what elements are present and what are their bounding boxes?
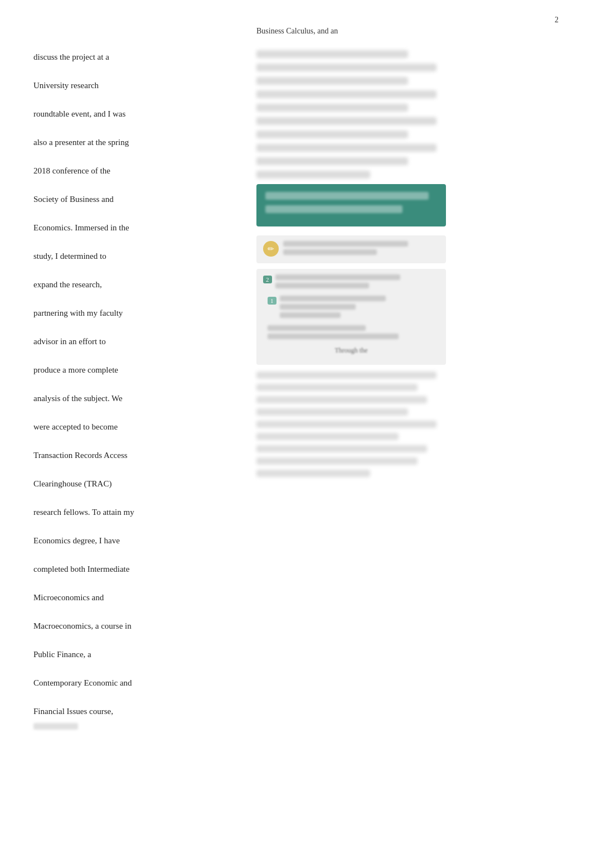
sub-blurred-1a — [280, 296, 386, 301]
highlight-blurred-1 — [265, 192, 429, 200]
header-text: Business Calculus, and an — [256, 27, 338, 36]
nested-item-1: 2 — [263, 274, 439, 291]
left-footer — [33, 722, 78, 732]
nested-subcontent-2 — [268, 325, 431, 342]
blurred-line-2 — [256, 64, 436, 71]
blurred-line-1 — [256, 50, 408, 58]
nested-subcontent-1 — [280, 296, 432, 321]
card-blurred-1 — [283, 241, 408, 247]
blurred-line-10 — [256, 171, 370, 179]
nested-subnumber-1: 1 — [268, 297, 276, 305]
nested-blurred-1b — [275, 283, 369, 288]
footer-blurred-text — [33, 723, 78, 730]
bottom-blurred-1 — [256, 372, 436, 379]
through-text: Through the — [263, 346, 439, 355]
card-icon-pencil: ✏ — [263, 241, 279, 257]
bottom-blurred-7 — [256, 445, 427, 452]
blurred-line-5 — [256, 104, 408, 112]
bottom-blurred-6 — [256, 433, 399, 440]
card-blurred-2 — [283, 249, 377, 255]
blurred-line-4 — [256, 90, 436, 98]
card-content-1 — [283, 241, 439, 258]
nested-blurred-1a — [275, 274, 400, 280]
nested-subitems: 1 — [268, 296, 439, 342]
highlight-box — [256, 184, 446, 226]
left-column: discuss the project at a University rese… — [33, 50, 223, 732]
right-column: ✏ 2 1 — [256, 50, 446, 482]
sub-blurred-1c — [280, 312, 341, 318]
bottom-blurred-9 — [256, 470, 370, 477]
card-section-2: 2 1 — [256, 269, 446, 365]
bottom-blurred-section — [256, 372, 446, 477]
blurred-line-7 — [256, 131, 408, 138]
nested-content-1 — [275, 274, 432, 291]
sub-blurred-2b — [268, 334, 399, 339]
page-container: 2 Business Calculus, and an discuss the … — [0, 0, 592, 868]
nested-number-1: 2 — [263, 276, 272, 283]
blurred-line-8 — [256, 144, 436, 152]
bottom-blurred-2 — [256, 384, 418, 391]
highlight-blurred-2 — [265, 205, 402, 213]
sub-blurred-2a — [268, 325, 366, 331]
bottom-blurred-4 — [256, 408, 408, 416]
sub-blurred-1b — [280, 304, 356, 310]
bottom-blurred-3 — [256, 396, 427, 403]
page-number: 2 — [555, 16, 559, 25]
nested-subitem-2 — [268, 325, 439, 342]
bottom-blurred-5 — [256, 421, 436, 428]
blurred-line-6 — [256, 117, 436, 125]
blurred-line-3 — [256, 77, 408, 85]
blurred-line-9 — [256, 157, 408, 165]
card-section-1: ✏ — [256, 235, 446, 263]
bottom-blurred-8 — [256, 457, 418, 465]
nested-subitem-1: 1 — [268, 296, 439, 321]
left-text-block: discuss the project at a University rese… — [33, 50, 223, 719]
